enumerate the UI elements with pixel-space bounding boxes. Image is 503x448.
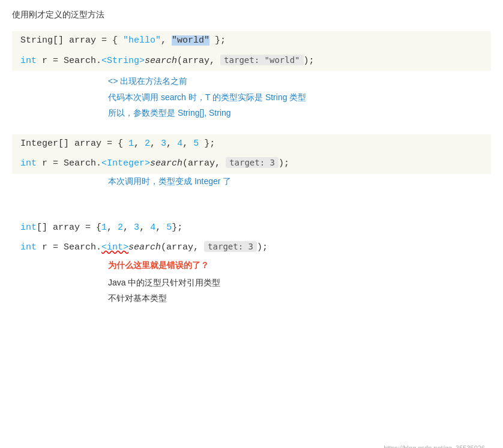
code-method-search3: search — [128, 242, 161, 252]
code-semi2: ); — [279, 158, 289, 169]
code-end3: }; — [172, 223, 182, 233]
code-comma-3a: , — [107, 223, 118, 233]
code-kw-int3: int — [20, 223, 37, 233]
code-label-3b: target: 3 — [204, 241, 257, 252]
code-string-hello: "hello" — [123, 35, 161, 46]
code-num-3b: 3 — [134, 223, 139, 233]
section1-line2: int r = Search.<String>search(array, tar… — [12, 51, 491, 71]
code-args1: (array, — [177, 56, 220, 66]
code-method-search2: search — [150, 158, 182, 169]
code-comma-3b: , — [123, 223, 134, 233]
code-type-string1: String[] array = { — [20, 35, 123, 46]
code-num-4a: 4 — [177, 139, 182, 149]
section2-line1: Integer[] array = { 1, 2, 3, 4, 5 }; — [12, 134, 491, 154]
watermark: https://blog.csdn.net/qq_35535026 — [384, 444, 485, 448]
section1: String[] array = { "hello", "world" }; i… — [12, 31, 491, 121]
code-num-4b: 4 — [150, 223, 155, 233]
code-int-arr: [] array = { — [37, 223, 101, 233]
code-num-2a: 2 — [145, 139, 150, 149]
code-comma-2c: , — [166, 139, 177, 149]
code-end2: }; — [199, 139, 215, 149]
annotation1-line2: 代码本次调用 search 时，T 的类型实际是 String 类型 — [108, 89, 491, 106]
code-r2: r = Search. — [37, 158, 101, 169]
code-label-3a: target: 3 — [226, 157, 279, 168]
annotation1-line3: 所以，参数类型是 String[], String — [108, 105, 491, 121]
code-comma-3c: , — [139, 223, 150, 233]
section1-annotation: <> 出现在方法名之前 代码本次调用 search 时，T 的类型实际是 Str… — [12, 73, 491, 121]
code-generic-integer: <Integer> — [101, 158, 150, 169]
code-args2: (array, — [182, 158, 226, 169]
code-comma-2d: , — [182, 139, 193, 149]
code-comma-2b: , — [150, 139, 161, 149]
code-kw-int2: int — [20, 158, 37, 169]
section1-line1: String[] array = { "hello", "world" }; — [12, 31, 491, 51]
code-integer-arr: Integer[] array = { — [20, 139, 128, 149]
section3-line2: int r = Search.<int>search(array, target… — [12, 237, 491, 258]
code-end1: }; — [209, 35, 226, 46]
code-num-1a: 1 — [128, 139, 134, 149]
section3-annotation: Java 中的泛型只针对引用类型 不针对基本类型 — [12, 275, 491, 306]
intro-text: 使用刚才定义的泛型方法 — [12, 10, 491, 20]
section3: int[] array = {1, 2, 3, 4, 5}; int r = S… — [12, 218, 491, 306]
code-kw-int4: int — [20, 242, 37, 252]
divider — [12, 200, 491, 218]
section2-annotation: 本次调用时，类型变成 Integer 了 — [12, 176, 491, 187]
code-num-2b: 2 — [118, 223, 123, 233]
code-semi3: ); — [257, 242, 268, 252]
annotation3-line1: Java 中的泛型只针对引用类型 — [108, 278, 220, 287]
code-r1: r = Search. — [37, 56, 101, 66]
code-comma-2a: , — [134, 139, 145, 149]
code-num-5b: 5 — [166, 223, 172, 233]
page-container: 使用刚才定义的泛型方法 String[] array = { "hello", … — [12, 10, 491, 448]
code-num-1b: 1 — [101, 223, 107, 233]
code-generic-string: <String> — [101, 56, 145, 66]
code-r3: r = Search. — [37, 242, 101, 252]
code-num-5a: 5 — [193, 139, 199, 149]
code-comma-3d: , — [155, 223, 166, 233]
code-kw-int1: int — [20, 56, 37, 66]
code-sep1: , — [161, 35, 172, 46]
code-method-search1: search — [145, 56, 177, 66]
code-string-world: "world" — [172, 35, 209, 46]
code-semi1: ); — [304, 56, 315, 66]
code-generic-int-error: <int> — [101, 242, 128, 252]
section2: Integer[] array = { 1, 2, 3, 4, 5 }; int… — [12, 134, 491, 187]
code-label-world: target: "world" — [220, 55, 303, 65]
code-args3: (array, — [161, 242, 204, 252]
annotation3-line2: 不针对基本类型 — [108, 293, 167, 303]
section3-line1: int[] array = {1, 2, 3, 4, 5}; — [12, 218, 491, 238]
code-num-3a: 3 — [161, 139, 166, 149]
section2-line2: int r = Search.<Integer>search(array, ta… — [12, 154, 491, 174]
annotation1-line1: <> 出现在方法名之前 — [108, 73, 491, 89]
section3-error: 为什么这里就是错误的了？ — [12, 260, 491, 271]
